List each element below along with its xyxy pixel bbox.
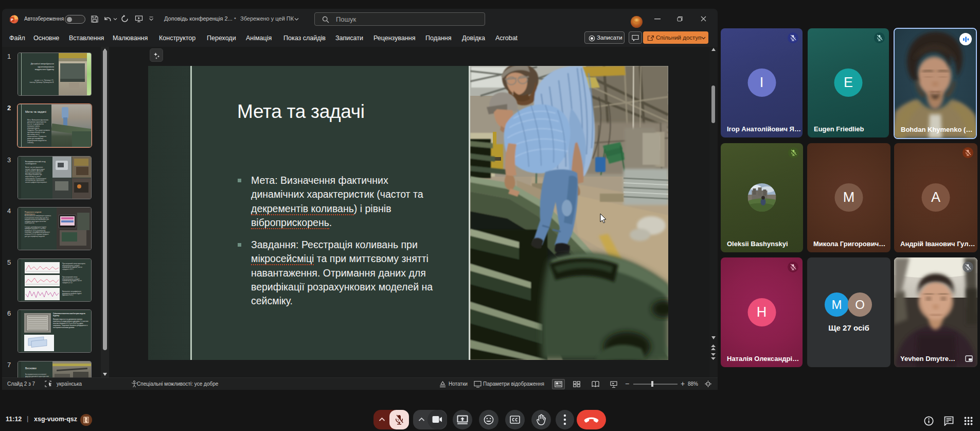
svg-text:P: P bbox=[11, 18, 13, 22]
